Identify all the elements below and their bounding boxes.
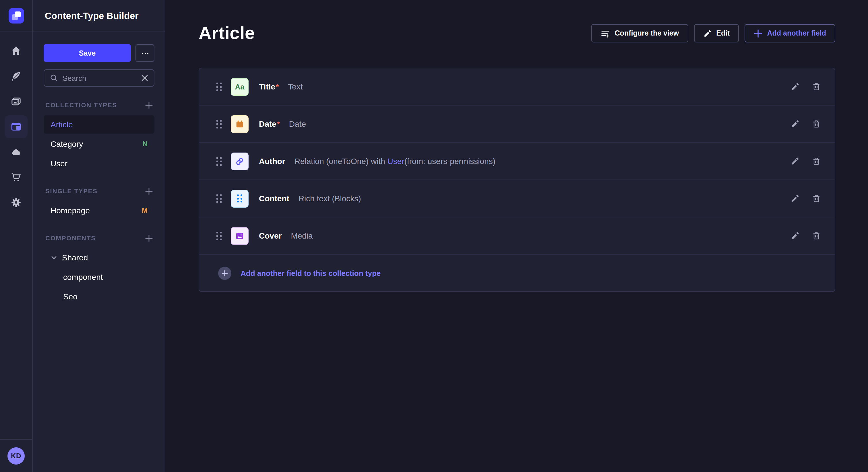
relation-field-icon (231, 152, 249, 170)
status-badge: M (142, 206, 148, 214)
pencil-icon (790, 119, 800, 129)
drag-handle-icon[interactable] (216, 82, 222, 91)
sidebar-group-shared[interactable]: Shared (43, 248, 154, 267)
required-marker: * (277, 120, 280, 128)
cloud-icon[interactable] (5, 140, 28, 164)
more-options-button[interactable] (135, 44, 154, 62)
drag-handle-icon[interactable] (216, 194, 222, 203)
trash-icon (812, 194, 821, 203)
sidebar-item-category[interactable]: CategoryN (43, 135, 154, 153)
delete-field-button[interactable] (812, 157, 821, 166)
plugin-title: Content-Type Builder (45, 11, 138, 21)
plugin-sidebar: Content-Type Builder Save COLLECTION TYP… (33, 0, 165, 472)
avatar[interactable]: KD (7, 447, 25, 465)
table-row-title: Aa Title* Text (199, 68, 835, 105)
field-type: Rich text (Blocks) (299, 194, 361, 203)
trash-icon (812, 157, 821, 166)
field-name: Cover (259, 231, 282, 240)
add-collection-type-button[interactable] (145, 101, 153, 109)
main-content: Article Configure the view Edit Add anot… (166, 0, 868, 472)
sidebar-item-seo[interactable]: Seo (43, 287, 154, 306)
add-field-row-label: Add another field to this collection typ… (241, 269, 381, 277)
search-input-wrapper (43, 69, 154, 87)
field-type: Relation (oneToOne) with User(from: user… (294, 157, 495, 166)
close-icon (141, 74, 148, 81)
sidebar-item-article[interactable]: Article (43, 115, 154, 134)
delete-field-button[interactable] (812, 119, 821, 129)
nav-logo-cell (0, 0, 32, 32)
gear-icon[interactable] (5, 191, 28, 214)
chevron-down-icon (51, 254, 57, 261)
trash-icon (812, 82, 821, 91)
media-field-icon (231, 227, 249, 245)
edit-button[interactable]: Edit (694, 24, 739, 42)
pencil-icon (703, 29, 712, 38)
table-row-author: Author Relation (oneToOne) with User(fro… (199, 143, 835, 180)
search-input[interactable] (63, 74, 136, 82)
home-icon[interactable] (5, 40, 28, 63)
feather-icon[interactable] (5, 65, 28, 88)
delete-field-button[interactable] (812, 231, 821, 240)
table-row-content: Content Rich text (Blocks) (199, 180, 835, 217)
trash-icon (812, 119, 821, 129)
add-another-field-button[interactable]: Add another field (745, 24, 835, 42)
content-type-builder-icon[interactable] (5, 115, 28, 138)
field-name: Date (259, 119, 276, 129)
edit-field-button[interactable] (790, 231, 800, 240)
pencil-icon (790, 194, 800, 203)
clear-search-button[interactable] (141, 74, 148, 81)
media-library-icon[interactable] (5, 90, 28, 113)
blocks-field-icon (231, 190, 249, 207)
field-name: Author (259, 157, 285, 166)
strapi-logo-icon[interactable] (8, 8, 24, 24)
fields-table: Aa Title* Text Date* Date (198, 68, 835, 292)
required-marker: * (276, 82, 279, 91)
drag-handle-icon[interactable] (216, 157, 222, 165)
save-button[interactable]: Save (43, 44, 131, 62)
configure-list-icon (600, 28, 610, 38)
field-type: Text (288, 82, 303, 91)
drag-handle-icon[interactable] (216, 231, 222, 240)
main-nav-rail: KD (0, 0, 33, 472)
toolbar: Configure the view Edit Add another fiel… (591, 24, 835, 42)
pencil-icon (790, 157, 800, 166)
add-field-row-button[interactable]: Add another field to this collection typ… (199, 255, 835, 291)
edit-field-button[interactable] (790, 157, 800, 166)
field-name: Content (259, 194, 289, 203)
table-row-cover: Cover Media (199, 217, 835, 255)
delete-field-button[interactable] (812, 82, 821, 91)
edit-field-button[interactable] (790, 194, 800, 203)
plus-icon (145, 234, 153, 242)
edit-field-button[interactable] (790, 82, 800, 91)
section-collection-types: COLLECTION TYPES Article CategoryN User (43, 100, 154, 173)
text-field-icon: Aa (231, 78, 249, 96)
status-badge: N (143, 140, 148, 148)
more-horizontal-icon (141, 49, 149, 57)
page-title: Article (198, 23, 255, 43)
pencil-icon (790, 231, 800, 240)
configure-view-button[interactable]: Configure the view (591, 24, 688, 42)
sidebar-item-user[interactable]: User (43, 154, 154, 173)
relation-target-link[interactable]: User (388, 157, 404, 166)
sidebar-item-homepage[interactable]: HomepageM (43, 201, 154, 220)
section-components: COMPONENTS Shared component Seo (43, 233, 154, 306)
field-name: Title (259, 82, 275, 91)
plus-circle-icon (218, 266, 231, 279)
section-single-types: SINGLE TYPES HomepageM (43, 187, 154, 220)
search-icon (50, 74, 58, 82)
section-label: COLLECTION TYPES (45, 102, 117, 108)
pencil-icon (790, 82, 800, 91)
drag-handle-icon[interactable] (216, 120, 222, 128)
add-component-button[interactable] (145, 234, 153, 242)
add-single-type-button[interactable] (145, 187, 153, 195)
delete-field-button[interactable] (812, 194, 821, 203)
section-label: SINGLE TYPES (45, 188, 98, 194)
field-type: Date (289, 119, 306, 129)
cart-icon[interactable] (5, 166, 28, 189)
edit-field-button[interactable] (790, 119, 800, 129)
table-row-date: Date* Date (199, 105, 835, 143)
sidebar-item-component[interactable]: component (43, 268, 154, 286)
trash-icon (812, 231, 821, 240)
plus-icon (754, 29, 763, 38)
plus-icon (145, 187, 153, 195)
